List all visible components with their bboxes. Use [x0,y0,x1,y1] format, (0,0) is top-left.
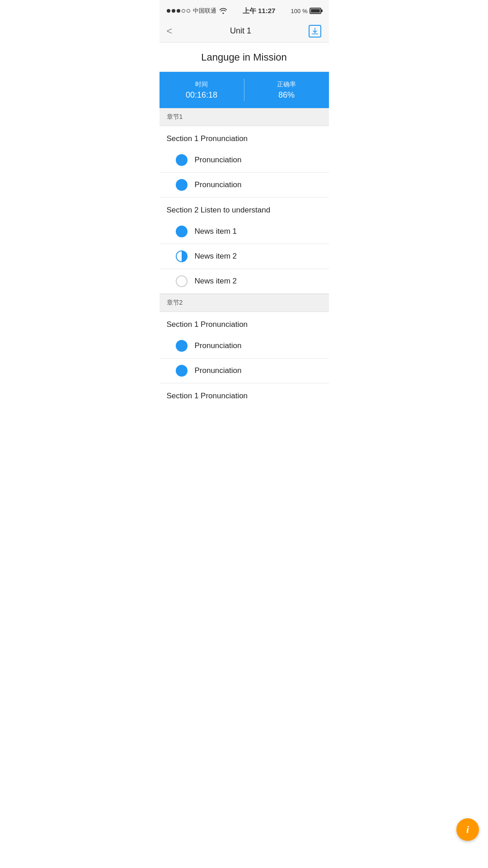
item-label-s2i2: News item 2 [195,252,237,261]
download-icon [311,27,319,35]
signal-dot-4 [182,9,185,13]
wifi-icon [219,8,227,14]
stats-banner: 时间 00:16:18 正确率 86% [160,72,329,108]
section-title-s1: Section 1 Pronunciation [160,126,329,148]
status-time: 上午 11:27 [243,7,276,15]
chapter-header-chapter2: 章节2 [160,294,329,312]
item-icon-s3i1 [176,340,188,352]
download-button[interactable] [309,25,321,38]
list-item-s1i1[interactable]: Pronunciation [160,148,329,173]
signal-dot-2 [172,9,175,13]
item-label-s1i1: Pronunciation [195,156,242,165]
battery-fill [311,9,320,13]
item-label-s1i2: Pronunciation [195,180,242,189]
chapter-header-chapter1: 章节1 [160,108,329,126]
stats-time-label: 时间 [195,80,208,89]
nav-bar: < Unit 1 [160,20,329,42]
stats-time: 时间 00:16:18 [160,80,244,100]
signal-dot-1 [167,9,170,13]
section-title-s3: Section 1 Pronunciation [160,312,329,334]
back-button[interactable]: < [167,25,173,37]
item-label-s2i1: News item 1 [195,227,237,236]
page-title: Languge in Mission [160,42,329,72]
status-right: 100 % [291,8,322,14]
carrier-label: 中国联通 [193,7,216,15]
item-icon-s2i1 [176,226,188,237]
battery-icon [310,8,321,14]
item-label-s2i3: News item 2 [195,277,237,286]
item-icon-s1i2 [176,179,188,191]
item-icon-s2i2 [176,250,188,262]
list-item-s1i2[interactable]: Pronunciation [160,173,329,198]
list-item-s3i2[interactable]: Pronunciation [160,359,329,383]
section-title-s2: Section 2 Listen to understand [160,198,329,219]
stats-accuracy: 正确率 86% [244,80,329,100]
status-left: 中国联通 [167,7,227,15]
signal-dot-3 [177,9,180,13]
stats-accuracy-label: 正确率 [277,80,296,89]
nav-title: Unit 1 [230,26,251,36]
stats-time-value: 00:16:18 [186,90,217,100]
item-icon-s3i2 [176,365,188,377]
content: 章节1Section 1 PronunciationPronunciationP… [160,108,329,405]
list-item-s2i3[interactable]: News item 2 [160,269,329,294]
list-item-s2i2[interactable]: News item 2 [160,244,329,269]
item-label-s3i2: Pronunciation [195,366,242,375]
list-item-s2i1[interactable]: News item 1 [160,219,329,244]
list-item-s3i1[interactable]: Pronunciation [160,334,329,359]
item-icon-s2i3 [176,275,188,287]
section-title-s4: Section 1 Pronunciation [160,383,329,405]
stats-accuracy-value: 86% [278,90,295,100]
signal-dot-5 [187,9,190,13]
item-label-s3i1: Pronunciation [195,341,242,350]
battery-percent: 100 % [291,8,308,14]
item-icon-s1i1 [176,154,188,166]
status-bar: 中国联通 上午 11:27 100 % [160,0,329,20]
signal-dots [167,9,190,13]
